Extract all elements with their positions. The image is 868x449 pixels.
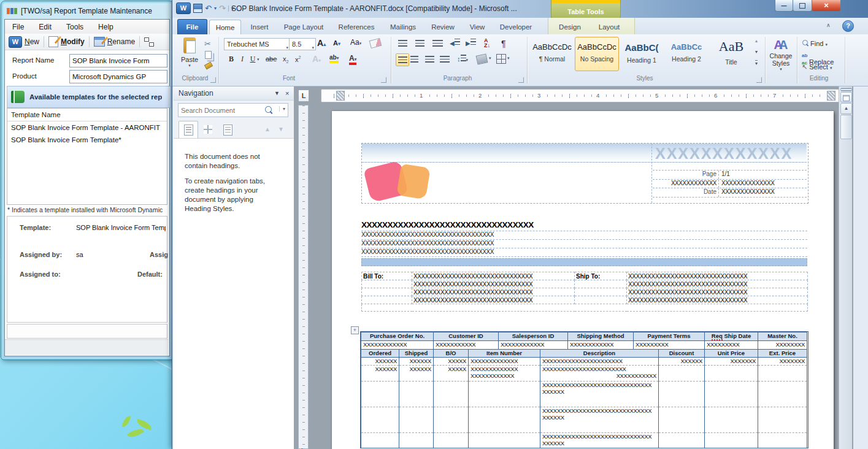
item-col-header[interactable]: Unit Price — [705, 349, 758, 357]
help-icon[interactable]: ? — [842, 20, 854, 32]
ruler-toggle-button[interactable] — [840, 92, 852, 102]
word-app-icon[interactable]: W — [176, 2, 191, 14]
right-margin-marker[interactable] — [827, 91, 835, 101]
horizontal-ruler[interactable]: 1 2 3 4 5 6 7 — [321, 89, 850, 102]
style-heading2[interactable]: AaBbCc Heading 2 — [664, 37, 709, 71]
next-heading-icon[interactable]: ▼ — [278, 126, 284, 132]
browse-results-tab[interactable] — [218, 121, 237, 139]
ship-to-line[interactable]: XXXXXXXXXXXXXXXXXXXXXXXXXXXXXXX — [627, 288, 808, 296]
minimize-ribbon-icon[interactable]: ∧ — [826, 22, 831, 28]
save-icon[interactable] — [193, 4, 202, 13]
navigation-close-icon[interactable]: × — [285, 86, 289, 100]
bill-to-line[interactable]: XXXXXXXXXXXXXXXXXXXXXXXXXXXXXXX — [412, 288, 575, 296]
item-bo[interactable]: XXXXX — [434, 357, 469, 365]
align-left-button[interactable] — [396, 53, 409, 66]
item-col-header[interactable]: Discount — [659, 349, 705, 357]
search-input[interactable] — [179, 104, 261, 115]
ref-left-placeholder[interactable]: XXXXXXXXXXXX — [653, 180, 719, 188]
navigation-options-dropdown-icon[interactable]: ▼ — [274, 86, 280, 100]
page-value[interactable]: 1/1 — [719, 171, 730, 179]
close-button[interactable]: × — [812, 0, 841, 12]
format-painter-icon[interactable] — [204, 62, 213, 70]
change-styles-button[interactable]: AA Change Styles ▾ — [767, 38, 794, 72]
col-header-req-ship-date[interactable]: Req Ship Date — [705, 332, 758, 341]
item-col-header[interactable]: B/O — [434, 349, 469, 357]
font-dialog-launcher[interactable] — [381, 77, 386, 83]
bill-to-line[interactable]: XXXXXXXXXXXXXXXXXXXXXXXXXXXXXXX — [412, 280, 575, 288]
search-dropdown-icon[interactable]: ▾ — [279, 106, 285, 112]
copy-icon[interactable] — [205, 51, 212, 59]
invoice-header-table[interactable]: XXXXXXXXXXXX Page 1/1 XXXXXXXXXXXX XXXXX… — [361, 143, 808, 204]
info-value[interactable]: XXXXXXXXXXXX — [361, 341, 434, 349]
info-value[interactable]: XXXXXXXXX — [634, 341, 705, 349]
paragraph-dialog-launcher[interactable] — [518, 77, 524, 83]
font-color-button[interactable]: A▾ — [349, 54, 356, 65]
company-logo-placeholder-text[interactable]: XXXXXXXXXXXX — [655, 145, 793, 163]
product-field[interactable] — [69, 70, 167, 83]
tab-references[interactable]: References — [332, 20, 381, 34]
company-address-placeholder[interactable]: XXXXXXXXXXXXXXXXXXXXXXXXXXXXXXXXXXX — [361, 231, 807, 240]
scrollbar-thumb[interactable] — [840, 115, 852, 139]
tab-home[interactable]: Home — [209, 20, 241, 35]
item-ordered[interactable]: XXXXXX — [361, 357, 399, 365]
selected-empty-row[interactable] — [361, 258, 807, 266]
increase-indent-icon[interactable]: ▶ — [466, 39, 476, 47]
tab-developer[interactable]: Developer — [494, 20, 538, 34]
font-name-combo[interactable]: Trebuchet MS▾ — [224, 38, 290, 50]
decrease-indent-icon[interactable]: ◀ — [450, 39, 460, 47]
gp-menu-file[interactable]: File — [5, 23, 31, 31]
item-description[interactable]: XXXXXXXXXXXXXXXXXXXXXXXXXXXXXXXXXXXX — [540, 381, 659, 407]
col-header[interactable]: Purchase Order No. — [361, 332, 434, 341]
company-block[interactable]: XXXXXXXXXXXXXXXXXXXXXXXXXXXXXXXXX XXXXXX… — [361, 220, 807, 266]
styles-scroll-down-icon[interactable]: ▾ — [755, 49, 758, 55]
col-header[interactable]: Payment Terms — [634, 332, 705, 341]
italic-button[interactable]: I — [239, 55, 246, 64]
line-spacing-icon[interactable]: ↕▾ — [457, 55, 468, 63]
modify-button[interactable]: Modify — [61, 37, 85, 46]
strikethrough-button[interactable]: abe — [266, 55, 277, 63]
numbered-list-icon[interactable] — [415, 40, 424, 47]
split-handle[interactable] — [840, 88, 852, 91]
find-button[interactable]: Find ▾ — [802, 39, 828, 47]
superscript-button[interactable]: x2 — [295, 55, 301, 63]
tab-review[interactable]: Review — [425, 20, 461, 34]
info-value[interactable]: XXXXXXXXX — [705, 341, 758, 349]
item-col-header[interactable]: Description — [540, 349, 659, 357]
bill-to-line[interactable]: XXXXXXXXXXXXXXXXXXXXXXXXXXXXXXX — [412, 296, 575, 304]
col-header[interactable]: Salesperson ID — [499, 332, 568, 341]
borders-dropdown-icon[interactable]: ▾ — [507, 56, 510, 61]
subscript-button[interactable]: x2 — [283, 55, 288, 64]
left-margin-marker[interactable] — [336, 91, 345, 101]
item-ext-price[interactable]: XXXXXXX — [758, 357, 807, 365]
grow-font-icon[interactable]: A▴ — [317, 38, 326, 48]
search-box[interactable]: ▾ — [178, 103, 288, 117]
report-name-field[interactable] — [69, 54, 167, 67]
justify-button[interactable] — [440, 56, 450, 63]
styles-more-icon[interactable]: ▾ — [755, 60, 758, 66]
style-heading1[interactable]: AaBbC( Heading 1 — [620, 37, 664, 71]
underline-button[interactable]: U — [248, 55, 257, 64]
company-name-placeholder[interactable]: XXXXXXXXXXXXXXXXXXXXXXXXXXXXXXXXX — [361, 220, 807, 231]
info-value[interactable]: XXXXXXXXXXXX — [568, 341, 634, 349]
company-address-placeholder[interactable]: XXXXXXXXXXXXXXXXXXXXXXXXXXXXXXXXXXX — [361, 248, 807, 257]
tab-selector[interactable]: L — [298, 90, 309, 102]
tab-layout[interactable]: Layout — [591, 20, 628, 34]
restore-button[interactable] — [793, 0, 812, 12]
font-size-combo[interactable]: 8.5▾ — [289, 38, 316, 50]
show-paragraph-marks-icon[interactable]: ¶ — [501, 39, 506, 48]
document-page[interactable]: XXXXXXXXXXXX Page 1/1 XXXXXXXXXXXX XXXXX… — [332, 111, 834, 449]
word-titlebar[interactable]: W ↶ ▾ ↷ ▾ SOP Blank Invoice Form Templat… — [172, 0, 868, 18]
tab-file[interactable]: File — [177, 19, 207, 35]
item-col-header[interactable]: Ordered — [361, 349, 399, 357]
items-grid[interactable]: Ordered Shipped B/O Item Number Descript… — [361, 349, 807, 448]
template-row-aaronfit[interactable]: SOP Blank Invoice Form Template - AARONF… — [7, 121, 167, 134]
search-icon[interactable] — [265, 106, 272, 113]
item-row[interactable]: XXXXXX XXXXXX XXXXX XXXXXXXXXXXXX XXXXXX… — [361, 357, 807, 365]
gp-window-titlebar[interactable]: [TWO/sa] Report Template Maintenance — [3, 3, 171, 19]
highlight-color-button[interactable]: ab▾ — [329, 54, 339, 63]
styles-dialog-launcher[interactable] — [756, 77, 762, 83]
vertical-scrollbar[interactable]: ▲ — [839, 86, 852, 449]
page-info-table[interactable]: Page 1/1 XXXXXXXXXXXX XXXXXXXXXXXXXX Dat… — [653, 162, 807, 202]
styles-scroll-up-icon[interactable]: ▴ — [755, 38, 758, 44]
item-col-header[interactable]: Item Number — [469, 349, 540, 357]
